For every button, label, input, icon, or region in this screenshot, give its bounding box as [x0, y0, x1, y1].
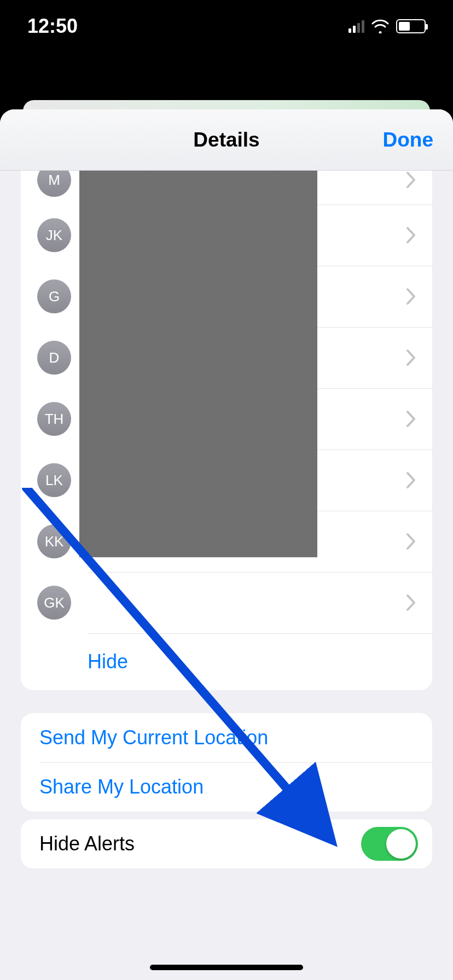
action-label: Share My Location	[39, 775, 204, 798]
hide-label: Hide	[88, 650, 128, 673]
avatar: TH	[37, 402, 71, 436]
avatar: GK	[37, 586, 71, 620]
sheet-body: M JK G	[0, 171, 453, 980]
avatar: D	[37, 341, 71, 375]
share-my-location-button[interactable]: Share My Location	[21, 762, 432, 812]
contact-name-area	[88, 388, 405, 450]
contact-name-area	[88, 572, 405, 633]
done-button[interactable]: Done	[383, 109, 434, 170]
avatar: LK	[37, 463, 71, 497]
avatar: JK	[37, 218, 71, 252]
contact-name-area	[88, 450, 405, 511]
chevron-right-icon	[405, 532, 417, 551]
hide-alerts-group: Hide Alerts	[21, 819, 432, 868]
avatar: M	[37, 171, 71, 197]
send-current-location-button[interactable]: Send My Current Location	[21, 713, 432, 762]
hide-alerts-label: Hide Alerts	[39, 832, 135, 855]
contact-row[interactable]: KK	[21, 511, 432, 572]
status-right	[349, 19, 426, 33]
home-indicator	[150, 965, 303, 970]
chevron-right-icon	[405, 471, 417, 489]
chevron-right-icon	[405, 226, 417, 244]
avatar: KK	[37, 524, 71, 558]
chevron-right-icon	[405, 593, 417, 612]
status-time: 12:50	[27, 15, 78, 38]
status-bar: 12:50	[0, 0, 453, 52]
contacts-card: M JK G	[21, 171, 432, 690]
contact-name-area	[88, 327, 405, 388]
contact-row[interactable]: LK	[21, 450, 432, 511]
chevron-right-icon	[405, 348, 417, 367]
contact-name-area	[88, 171, 405, 205]
avatar: G	[37, 279, 71, 313]
contact-name-area	[88, 266, 405, 327]
location-actions-group: Send My Current Location Share My Locati…	[21, 713, 432, 812]
wifi-icon	[371, 19, 390, 33]
cellular-signal-icon	[349, 20, 364, 33]
contact-row[interactable]: TH	[21, 388, 432, 450]
battery-icon	[396, 19, 426, 33]
contact-row[interactable]: D	[21, 327, 432, 388]
chevron-right-icon	[405, 410, 417, 428]
sheet-header: Details Done	[0, 109, 453, 171]
contact-row[interactable]: GK	[21, 572, 432, 633]
chevron-right-icon	[405, 287, 417, 306]
contact-name-area	[88, 205, 405, 266]
contact-row[interactable]: JK	[21, 205, 432, 266]
hide-contacts-button[interactable]: Hide	[21, 633, 432, 690]
action-label: Send My Current Location	[39, 726, 268, 749]
contact-row[interactable]: G	[21, 266, 432, 327]
details-sheet: Details Done M JK G	[0, 109, 453, 980]
hide-alerts-row: Hide Alerts	[21, 819, 432, 868]
hide-alerts-toggle[interactable]	[361, 827, 418, 861]
chevron-right-icon	[405, 171, 417, 189]
contact-name-area	[88, 511, 405, 572]
sheet-title: Details	[193, 129, 259, 151]
contact-row[interactable]: M	[21, 171, 432, 205]
